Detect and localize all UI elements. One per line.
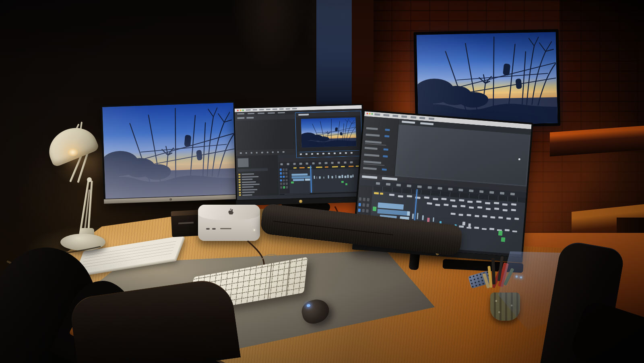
drive-slot bbox=[178, 222, 194, 224]
timeline-clip bbox=[347, 175, 349, 178]
room-scene bbox=[0, 0, 644, 363]
timeline-clip bbox=[314, 176, 315, 179]
tool-icon bbox=[407, 185, 411, 187]
timeline-clip bbox=[462, 222, 465, 225]
timeline-clip bbox=[373, 206, 376, 211]
effect-parameter-value bbox=[384, 135, 389, 137]
track-button bbox=[280, 172, 282, 174]
panel-tab bbox=[420, 122, 433, 125]
tool-icon bbox=[312, 162, 314, 164]
menu-item-chip bbox=[259, 109, 264, 110]
timeline-clip bbox=[341, 181, 344, 183]
menu-item-chip bbox=[246, 109, 250, 111]
bin-item-icon bbox=[239, 181, 241, 183]
lamp-base bbox=[60, 234, 105, 251]
lamp-joint bbox=[87, 177, 92, 182]
bin-item-label bbox=[242, 187, 254, 188]
track-button bbox=[281, 186, 283, 188]
tool-icon bbox=[337, 162, 340, 164]
effect-parameter-label bbox=[363, 167, 377, 170]
bin-item-icon bbox=[239, 194, 241, 196]
bin-item-label bbox=[242, 191, 255, 193]
tool-icon bbox=[458, 189, 463, 191]
transport-button bbox=[240, 152, 242, 154]
tool-icon bbox=[489, 191, 494, 194]
tv-screen bbox=[417, 32, 558, 126]
timeline-clip bbox=[350, 175, 352, 178]
source-monitor-panel bbox=[235, 114, 296, 156]
lamp-knob bbox=[77, 133, 81, 137]
bin-item-icon bbox=[239, 179, 241, 180]
usb-c-port bbox=[212, 228, 216, 230]
project-panel bbox=[236, 155, 279, 197]
timeline-clip bbox=[316, 176, 317, 178]
track-button bbox=[280, 183, 282, 185]
timeline-clip bbox=[432, 217, 434, 222]
track-button bbox=[280, 176, 282, 178]
tool-icon bbox=[479, 190, 484, 193]
source-clip-preview bbox=[239, 121, 281, 147]
bin-item-label bbox=[242, 174, 254, 175]
timeline-clip bbox=[501, 237, 505, 242]
timeline-clip bbox=[342, 175, 343, 178]
bin-item-icon bbox=[239, 192, 241, 193]
effect-parameter-label bbox=[366, 127, 378, 130]
menu-item-chip bbox=[272, 108, 277, 110]
empty-monitor-area bbox=[396, 124, 529, 185]
timeline-clip bbox=[319, 176, 321, 178]
tool-icon bbox=[500, 192, 504, 195]
menu-item-chip bbox=[392, 115, 398, 117]
track-button bbox=[286, 176, 288, 178]
soundbar-seam bbox=[273, 221, 393, 235]
blue-lit-pillar bbox=[316, 0, 352, 117]
track-button bbox=[283, 186, 285, 188]
timeline-clip bbox=[291, 176, 310, 179]
effect-parameter-value bbox=[383, 155, 388, 158]
tool-icon bbox=[376, 182, 380, 185]
transport-button bbox=[261, 152, 263, 153]
transport-button bbox=[322, 153, 324, 154]
apple-logo bbox=[225, 207, 234, 218]
menu-item-chip bbox=[266, 109, 270, 110]
track-button bbox=[283, 183, 285, 185]
transport-button bbox=[317, 153, 319, 155]
monitor-left bbox=[101, 101, 238, 204]
timeline-clip bbox=[344, 175, 347, 178]
close-window-icon bbox=[237, 110, 239, 111]
minimize-window-icon bbox=[369, 113, 370, 114]
effect-parameter-label bbox=[363, 160, 381, 164]
transport-button bbox=[272, 151, 274, 153]
track-button bbox=[366, 209, 369, 213]
tool-icon bbox=[386, 183, 390, 186]
timeline-scrollbar bbox=[280, 191, 364, 195]
workspace-tab bbox=[268, 112, 275, 114]
timeline-clip bbox=[380, 193, 383, 195]
keyboard-section-gap bbox=[286, 260, 291, 296]
minimize-window-icon bbox=[239, 110, 241, 111]
timeline-clip bbox=[328, 175, 329, 179]
hp-logo bbox=[299, 200, 302, 203]
track-button bbox=[358, 208, 361, 212]
timeline-clip bbox=[324, 176, 324, 178]
tool-icon bbox=[306, 163, 308, 164]
menu-item-chip bbox=[279, 108, 283, 110]
sequence-tab bbox=[362, 175, 377, 179]
tv-glare bbox=[417, 32, 558, 126]
monitor-center bbox=[233, 104, 366, 206]
track-button bbox=[362, 209, 365, 212]
mouse-light bbox=[307, 304, 311, 307]
program-preview bbox=[301, 117, 357, 147]
timeline-clip bbox=[422, 216, 424, 220]
tool-icon bbox=[318, 162, 321, 164]
effect-parameter-label bbox=[365, 147, 378, 150]
timeline-clip bbox=[417, 213, 419, 219]
track-button bbox=[363, 197, 365, 201]
panel-tab-bar bbox=[295, 111, 361, 117]
sd-card-slot bbox=[220, 228, 231, 229]
timeline-clip bbox=[335, 175, 336, 178]
ruler-marker bbox=[341, 166, 345, 167]
menu-item-chip bbox=[411, 116, 416, 118]
transport-button bbox=[345, 152, 347, 154]
transport-button bbox=[256, 152, 258, 153]
effect-parameter-value bbox=[382, 168, 386, 171]
